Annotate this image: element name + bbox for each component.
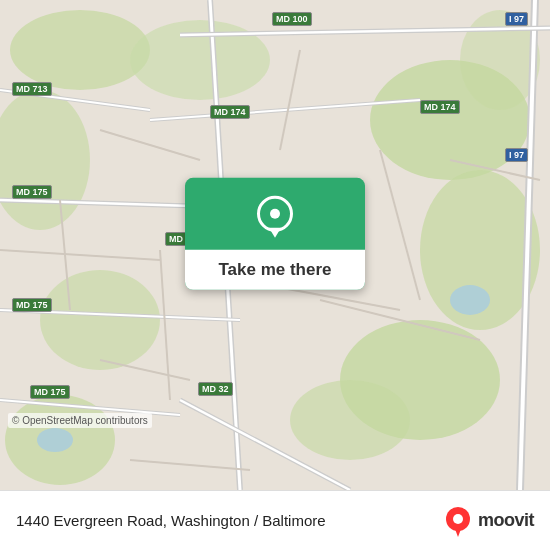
moovit-logo: moovit [442,505,534,537]
road-sign-md100: MD 100 [272,12,312,26]
road-sign-md174-left: MD 174 [210,105,250,119]
road-sign-i97-top: I 97 [505,12,528,26]
take-me-label: Take me there [185,250,365,290]
svg-point-4 [10,10,150,90]
road-sign-i97-mid: I 97 [505,148,528,162]
svg-point-12 [37,428,73,452]
road-sign-md: MD [165,232,187,246]
road-sign-md175-mid: MD 175 [12,298,52,312]
info-bar: 1440 Evergreen Road, Washington / Baltim… [0,490,550,550]
address-text: 1440 Evergreen Road, Washington / Baltim… [16,512,442,529]
map-container: MD 100 MD 713 MD 174 MD 174 MD 175 MD MD… [0,0,550,490]
road-sign-md175-low: MD 175 [30,385,70,399]
moovit-icon [442,505,474,537]
svg-point-11 [450,285,490,315]
svg-marker-44 [455,529,461,537]
svg-point-10 [460,10,540,110]
road-sign-md32: MD 32 [198,382,233,396]
road-sign-md174-right: MD 174 [420,100,460,114]
svg-point-9 [290,380,410,460]
location-pin [257,178,293,250]
moovit-text: moovit [478,510,534,531]
take-me-there-button[interactable]: Take me there [185,178,365,290]
svg-point-43 [453,514,463,524]
road-sign-md713: MD 713 [12,82,52,96]
svg-point-6 [40,270,160,370]
copyright-text: © OpenStreetMap contributors [8,413,152,428]
road-sign-md175-top: MD 175 [12,185,52,199]
